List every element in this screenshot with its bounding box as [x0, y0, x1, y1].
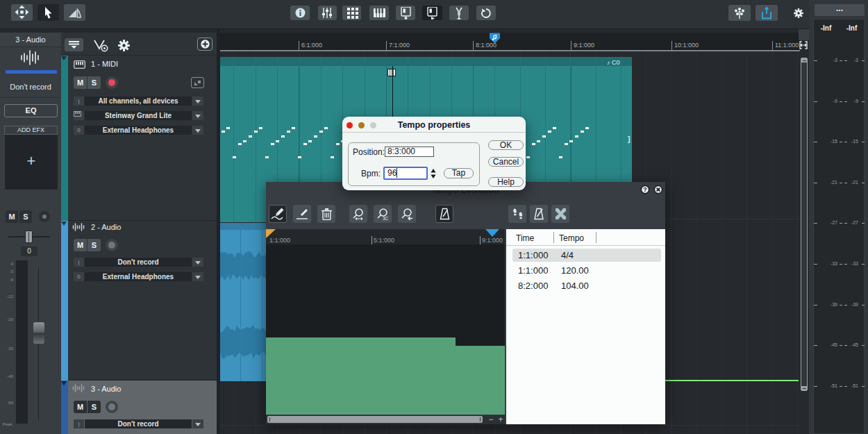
svg-text:3C: 3C [383, 216, 389, 221]
svg-text:?: ? [643, 185, 647, 193]
